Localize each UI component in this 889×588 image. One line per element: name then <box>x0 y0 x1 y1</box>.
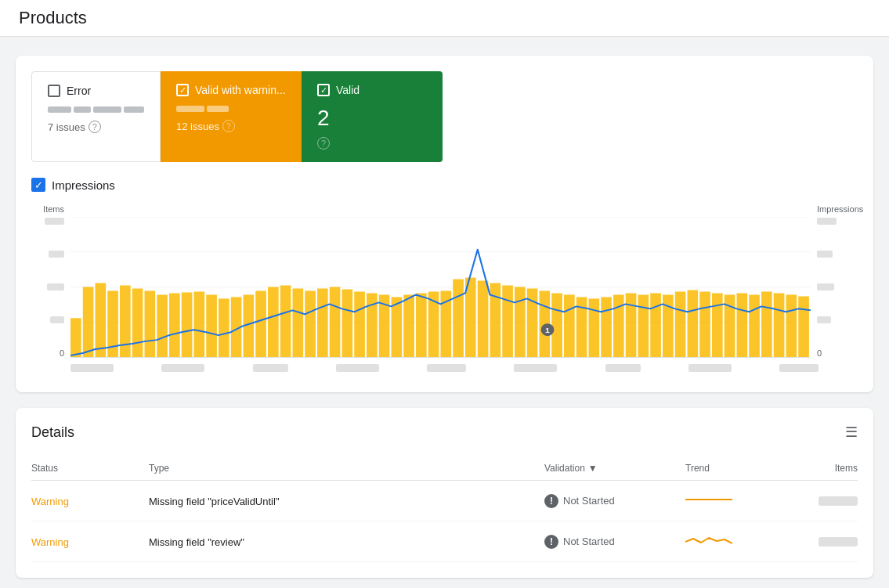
svg-rect-62 <box>786 294 797 357</box>
valid-label: Valid <box>336 84 360 96</box>
row1-status: Warning <box>31 495 149 507</box>
error-help-icon[interactable]: ? <box>89 121 101 133</box>
col-trend: Trend <box>685 463 779 474</box>
svg-rect-59 <box>749 294 760 357</box>
error-bar-3 <box>93 106 121 113</box>
svg-rect-9 <box>132 288 143 357</box>
col-validation[interactable]: Validation ▼ <box>544 463 685 474</box>
svg-rect-10 <box>145 290 156 357</box>
row2-type: Missing field "review" <box>149 536 544 548</box>
validation-sort-icon: ▼ <box>588 463 598 474</box>
y-axis-left-1 <box>50 316 64 325</box>
x-label-3 <box>253 364 288 372</box>
y-axis-right-0: 0 <box>817 348 822 358</box>
x-label-4 <box>336 364 379 372</box>
chart-container: Items Impressions 0 <box>31 204 858 377</box>
row2-validation: ! Not Started <box>544 535 685 549</box>
y-axis-left-2 <box>47 283 64 292</box>
svg-rect-21 <box>280 286 291 357</box>
error-bar-4 <box>124 106 144 113</box>
svg-text:1: 1 <box>545 326 550 334</box>
row2-not-started-icon: ! <box>544 535 558 549</box>
warning-card[interactable]: Valid with warnin... 12 issues ? <box>161 71 302 162</box>
impressions-header: ✓ Impressions <box>31 178 858 192</box>
svg-rect-55 <box>699 291 710 357</box>
warning-card-header: Valid with warnin... <box>176 84 286 96</box>
row1-items-value <box>819 496 858 506</box>
main-content: Error 7 issues ? Valid with warnin... <box>0 37 889 588</box>
svg-rect-14 <box>194 291 205 357</box>
svg-rect-12 <box>169 293 180 357</box>
svg-rect-49 <box>626 293 637 357</box>
warning-checkbox-icon <box>176 84 189 96</box>
valid-card-header: Valid <box>317 84 427 96</box>
warning-bar-1 <box>176 106 204 112</box>
svg-rect-53 <box>675 291 686 357</box>
y-axis-right-2 <box>817 283 834 292</box>
warning-label: Valid with warnin... <box>195 84 286 96</box>
svg-rect-46 <box>589 298 600 357</box>
error-bar-1 <box>48 106 71 113</box>
svg-rect-22 <box>293 288 304 357</box>
y-axis-right-3 <box>817 250 833 259</box>
details-header: Details ☰ <box>31 424 858 441</box>
valid-help-icon[interactable]: ? <box>317 137 330 150</box>
valid-value: 2 <box>317 106 427 131</box>
svg-rect-63 <box>798 296 809 357</box>
table-row: Warning Missing field "priceValidUntil" … <box>31 481 858 521</box>
svg-rect-50 <box>638 294 649 357</box>
y-axis-left-4 <box>45 217 64 226</box>
x-axis-labels <box>31 364 858 372</box>
svg-rect-11 <box>157 294 168 357</box>
chart-svg: 1 <box>70 217 811 357</box>
row2-trend-svg <box>685 532 732 548</box>
y-axis-right-4 <box>817 217 837 226</box>
svg-rect-23 <box>305 290 316 357</box>
svg-rect-16 <box>219 298 229 357</box>
svg-rect-54 <box>688 290 699 357</box>
y-axis-right-1 <box>817 316 831 325</box>
row1-type: Missing field "priceValidUntil" <box>149 495 544 507</box>
svg-rect-24 <box>317 288 328 357</box>
svg-rect-56 <box>712 293 723 357</box>
warning-help-icon[interactable]: ? <box>222 120 235 132</box>
details-card: Details ☰ Status Type Validation ▼ Trend… <box>16 408 873 578</box>
valid-card[interactable]: Valid 2 ? <box>302 71 443 162</box>
svg-rect-5 <box>83 287 94 358</box>
svg-rect-8 <box>120 286 131 357</box>
page-title: Products <box>19 8 870 28</box>
y-axis-left-0: 0 <box>60 348 64 358</box>
svg-rect-40 <box>515 287 526 358</box>
svg-rect-27 <box>354 291 365 357</box>
svg-rect-4 <box>70 318 81 357</box>
x-label-5 <box>427 364 466 372</box>
impressions-checkbox[interactable]: ✓ <box>31 178 45 192</box>
status-cards-row: Error 7 issues ? Valid with warnin... <box>31 71 858 162</box>
warning-bars <box>176 106 286 112</box>
svg-rect-35 <box>453 280 464 357</box>
row1-trend-svg <box>685 492 732 507</box>
col-status: Status <box>31 463 149 474</box>
svg-rect-47 <box>601 297 612 357</box>
svg-rect-61 <box>774 293 785 357</box>
y-axis-left: 0 <box>31 217 70 358</box>
svg-rect-25 <box>330 287 341 358</box>
row1-validation: ! Not Started <box>544 494 685 508</box>
chart-area: 1 <box>70 217 811 358</box>
error-bars <box>48 106 144 113</box>
x-label-7 <box>605 364 641 372</box>
x-label-6 <box>514 364 557 372</box>
svg-rect-38 <box>490 283 501 357</box>
overview-card: Error 7 issues ? Valid with warnin... <box>16 56 873 392</box>
row2-items-value <box>819 537 858 547</box>
valid-checkbox-icon <box>317 84 330 96</box>
svg-rect-51 <box>650 293 661 357</box>
error-checkbox-icon <box>48 85 60 97</box>
impressions-label: Impressions <box>52 179 115 192</box>
filter-icon[interactable]: ☰ <box>845 424 858 441</box>
row1-trend <box>685 492 779 510</box>
svg-rect-6 <box>96 283 107 357</box>
x-label-9 <box>779 364 819 372</box>
valid-help-row: ? <box>317 137 427 150</box>
details-title: Details <box>31 424 74 441</box>
